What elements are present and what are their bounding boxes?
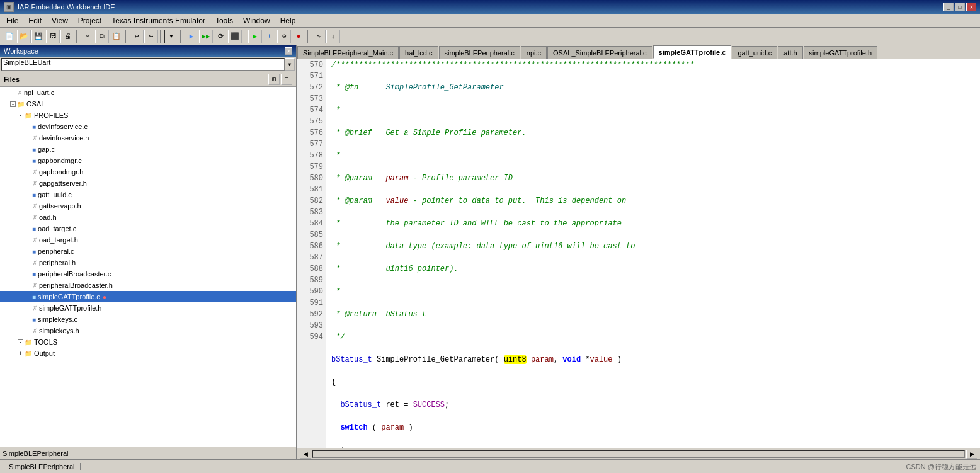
tree-item-oad-target-h[interactable]: ✗ oad_target.h [0, 234, 296, 246]
compile-button[interactable]: ▶ [185, 30, 198, 43]
expand-osal[interactable]: - [10, 101, 16, 107]
stop-button[interactable]: ⬛ [228, 30, 242, 43]
maximize-button[interactable]: □ [955, 3, 965, 11]
run-button[interactable]: ● [292, 30, 305, 43]
folder-icon-tools: 📁 [25, 339, 32, 346]
file-icon-simplegattprofile-c-selected: ■ [32, 293, 36, 300]
paste-button[interactable]: 📋 [110, 30, 123, 43]
cut-button[interactable]: ✂ [81, 30, 94, 43]
project-arrow-button[interactable]: ▼ [285, 58, 295, 71]
menu-edit[interactable]: Edit [23, 15, 47, 26]
tree-item-gatt-uuid-c[interactable]: ■ gatt_uuid.c [0, 189, 296, 200]
tree-item-gapgattserver-h[interactable]: ✗ gapgattserver.h [0, 178, 296, 189]
code-content[interactable]: /***************************************… [326, 59, 980, 448]
tree-item-npi-uart[interactable]: ✗ npi_uart.c [0, 87, 296, 98]
status-bar: SimpleBLEPeripheral CSDN @行稳方能走远 [0, 459, 980, 473]
tree-item-peripheralbroadcaster-c[interactable]: ■ peripheralBroadcaster.c [0, 268, 296, 280]
new-button[interactable]: 📄 [3, 30, 16, 43]
tab-atth[interactable]: att.h [778, 46, 802, 59]
close-button[interactable]: ✕ [966, 3, 976, 11]
file-icon-simplekeys-c: ■ [32, 316, 36, 323]
tree-item-gapbondmgr-h[interactable]: ✗ gapbondmgr.h [0, 166, 296, 178]
tab-simplegattprofile-h[interactable]: simpleGATTprofile.h [804, 46, 877, 59]
undo-button[interactable]: ↩ [130, 30, 144, 43]
open-button[interactable]: 📂 [17, 30, 31, 43]
folder-icon-output: 📁 [25, 350, 32, 357]
toolbar-sep-2 [125, 30, 128, 43]
menu-help[interactable]: Help [275, 15, 301, 26]
files-icon-btn-2[interactable]: ⊟ [281, 74, 292, 85]
save-all-button[interactable]: 🖫 [46, 30, 60, 43]
expand-tools[interactable]: - [18, 339, 23, 345]
print-button[interactable]: 🖨 [60, 30, 74, 43]
tree-item-simplekeys-c[interactable]: ■ simplekeys.c [0, 314, 296, 325]
tree-item-gattservapp-h[interactable]: ✗ gattservapp.h [0, 200, 296, 212]
tree-item-devinfoservice-h[interactable]: ✗ devinfoservice.h [0, 132, 296, 144]
workspace-header: Workspace ✕ [0, 45, 296, 57]
tree-item-oad-target-c[interactable]: ■ oad_target.c [0, 223, 296, 234]
menu-tools[interactable]: Tools [210, 15, 238, 26]
folder-icon-osal: 📁 [17, 101, 25, 108]
tree-item-simplegattprofile-h[interactable]: ✗ simpleGATTprofile.h [0, 302, 296, 314]
step-into-button[interactable]: ↓ [326, 30, 340, 43]
tab-gattuuid[interactable]: gatt_uuid.c [732, 46, 777, 59]
menu-ti-emulator[interactable]: Texas Instruments Emulator [106, 15, 210, 26]
tree-item-osal[interactable]: - 📁 OSAL [0, 98, 296, 110]
toolbar-sep-5 [244, 30, 246, 43]
menu-window[interactable]: Window [238, 15, 275, 26]
bottom-scroll-bar[interactable]: ◀ ▶ [297, 448, 980, 459]
menu-view[interactable]: View [47, 15, 73, 26]
scroll-left-button[interactable]: ◀ [300, 450, 311, 459]
minimize-button[interactable]: _ [943, 3, 954, 11]
menu-project[interactable]: Project [73, 15, 106, 26]
tree-item-peripheralbroadcaster-h[interactable]: ✗ peripheralBroadcaster.h [0, 280, 296, 291]
tree-item-output[interactable]: + 📁 Output [0, 348, 296, 359]
scroll-right-button[interactable]: ▶ [966, 450, 977, 459]
flash-button[interactable]: ⬇ [263, 30, 276, 43]
tab-hallcd[interactable]: hal_lcd.c [399, 46, 438, 59]
redo-button[interactable]: ↪ [144, 30, 158, 43]
settings-button[interactable]: ⚙ [277, 30, 291, 43]
workspace-close-button[interactable]: ✕ [285, 47, 292, 55]
sidebar-status-text: SimpleBLEPeripheral [3, 450, 69, 457]
tree-item-profiles[interactable]: - 📁 PROFILES [0, 110, 296, 121]
expand-profiles[interactable]: - [18, 113, 23, 118]
tree-item-gap-c[interactable]: ■ gap.c [0, 144, 296, 155]
copy-button[interactable]: ⧉ [95, 30, 109, 43]
tab-npi[interactable]: npi.c [521, 46, 547, 59]
tabs-row: SimpleBLEPeripheral_Main.c hal_lcd.c sim… [297, 45, 980, 59]
menu-file[interactable]: File [1, 15, 23, 26]
tree-item-simplekeys-h[interactable]: ✗ simplekeys.h [0, 325, 296, 336]
file-icon-simplegattprofile-h: ✗ [32, 305, 37, 312]
tab-simpleblemain[interactable]: SimpleBLEPeripheral_Main.c [297, 46, 399, 59]
tab-osal-simple[interactable]: OSAL_SimpleBLEPeripheral.c [547, 46, 652, 59]
file-icon-npi-uart: ✗ [17, 89, 22, 96]
file-icon-peripheralbroadcaster-c: ■ [32, 271, 36, 278]
rebuild-button[interactable]: ⟳ [214, 30, 227, 43]
folder-icon-profiles: 📁 [25, 112, 32, 119]
tree-item-oad-h[interactable]: ✗ oad.h [0, 212, 296, 223]
config-dropdown[interactable]: ▼ [164, 30, 178, 43]
project-dropdown[interactable]: SimpleBLEUart [1, 58, 285, 71]
tree-item-devinfoservice-c[interactable]: ■ devinfoservice.c [0, 121, 296, 132]
tree-item-peripheral-c[interactable]: ■ peripheral.c [0, 246, 296, 257]
save-button[interactable]: 💾 [31, 30, 45, 43]
files-icon-btn-1[interactable]: ⊞ [268, 74, 280, 85]
tab-simplegattprofile[interactable]: simpleGATTprofile.c [653, 45, 732, 59]
toolbar-sep-6 [307, 30, 310, 43]
file-icon-gapbondmgr-h: ✗ [32, 169, 37, 176]
menu-bar: File Edit View Project Texas Instruments… [0, 14, 980, 28]
horizontal-scrollbar[interactable] [312, 450, 965, 458]
expand-output[interactable]: + [18, 351, 23, 356]
tree-item-simplegattprofile-c[interactable]: ■ simpleGATTprofile.c ● [0, 291, 296, 302]
tab-simplebleperipheral[interactable]: simpleBLEPeripheral.c [439, 46, 520, 59]
file-icon-oad-h: ✗ [32, 214, 37, 221]
tree-item-tools[interactable]: - 📁 TOOLS [0, 336, 296, 348]
debug-button[interactable]: ▶ [248, 30, 262, 43]
build-button[interactable]: ▶▶ [199, 30, 213, 43]
tree-item-gapbondmgr-c[interactable]: ■ gapbondmgr.c [0, 155, 296, 166]
file-icon-gapbondmgr-c: ■ [32, 157, 36, 164]
step-over-button[interactable]: ↷ [312, 30, 326, 43]
tree-item-peripheral-h[interactable]: ✗ peripheral.h [0, 257, 296, 268]
main-layout: Workspace ✕ SimpleBLEUart ▼ Files ⊞ ⊟ ✗ … [0, 45, 980, 459]
